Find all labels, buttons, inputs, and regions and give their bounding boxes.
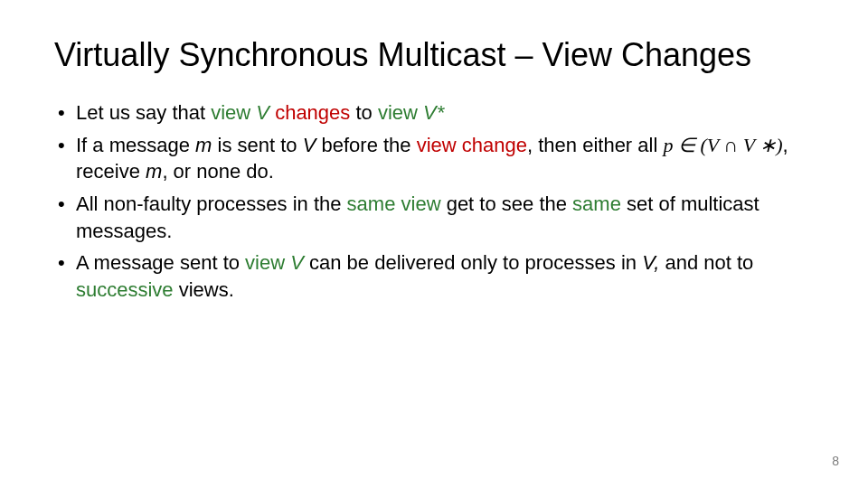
- text: can be delivered only to processes in: [304, 251, 642, 274]
- math-expr: p ∈ (V ∩ V ∗): [663, 134, 782, 156]
- text-green: view: [211, 101, 256, 124]
- text: All non-faulty processes in the: [76, 192, 347, 215]
- text: get to see the: [441, 192, 573, 215]
- bullet-3: All non-faulty processes in the same vie…: [54, 191, 814, 244]
- text-green-italic: V: [290, 251, 304, 274]
- text-green: successive: [76, 278, 174, 301]
- text: and not to: [659, 251, 753, 274]
- slide-content: Let us say that view V changes to view V…: [54, 99, 814, 304]
- text: A message sent to: [76, 251, 245, 274]
- text-italic: m: [146, 160, 162, 183]
- bullet-2: If a message m is sent to V before the v…: [54, 132, 814, 185]
- text: to: [350, 101, 378, 124]
- text-italic: m: [195, 134, 212, 156]
- text-italic: V: [303, 134, 316, 156]
- text-green: view: [245, 251, 290, 274]
- text: is sent to: [212, 134, 302, 156]
- text-green: view: [378, 101, 423, 124]
- text-italic: V,: [642, 251, 659, 274]
- text-green-italic: V*: [423, 101, 444, 124]
- text-red: changes: [275, 101, 350, 124]
- text: views.: [174, 278, 234, 301]
- text: If a message: [76, 134, 195, 156]
- text-green: same: [572, 192, 621, 215]
- text-green: same view: [347, 192, 441, 215]
- slide: Virtually Synchronous Multicast – View C…: [0, 0, 868, 488]
- bullet-list: Let us say that view V changes to view V…: [54, 99, 814, 304]
- bullet-1: Let us say that view V changes to view V…: [54, 99, 814, 127]
- text: Let us say that: [76, 101, 211, 124]
- bullet-4: A message sent to view V can be delivere…: [54, 249, 814, 303]
- text: , then either all: [527, 134, 663, 156]
- text-green-italic: V: [256, 101, 269, 124]
- text: before the: [316, 134, 416, 156]
- text-red: view change: [417, 134, 527, 156]
- page-number: 8: [832, 454, 839, 468]
- text: , or none do.: [162, 160, 274, 183]
- slide-title: Virtually Synchronous Multicast – View C…: [54, 36, 814, 74]
